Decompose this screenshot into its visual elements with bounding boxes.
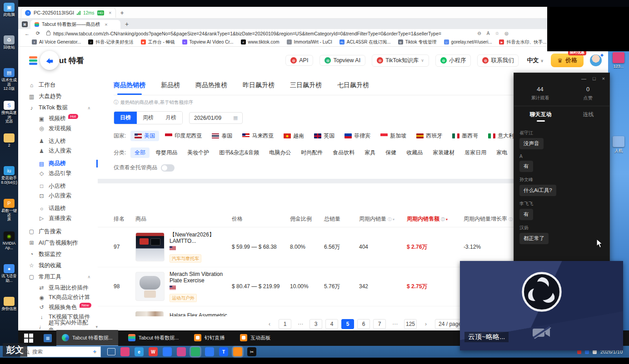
period-月榜[interactable]: 月榜 — [160, 112, 182, 124]
taskbar-app-Tabcut 特看数据...[interactable]: Tabcut 特看数据... — [56, 330, 118, 346]
country-墨西哥[interactable]: 墨西哥 — [448, 131, 482, 141]
sidebar-item-favorites[interactable]: ☆我的收藏 — [18, 261, 98, 271]
period-日榜[interactable]: 日榜 — [114, 112, 137, 124]
category-保健[interactable]: 保健 — [381, 148, 400, 158]
desktop-icon-搜狗高速浏[interactable]: S搜狗高速浏 览器 — [0, 101, 18, 124]
bookmark-item[interactable]: ♪抖音-记录美好生活 — [88, 39, 133, 45]
desktop-icon-此电脑[interactable]: ▣此电脑 — [0, 3, 18, 17]
bookmark-item[interactable]: ‖AI Voice Generator... — [32, 39, 81, 45]
category-母婴用品[interactable]: 母婴用品 — [151, 148, 181, 158]
taskbar-icon-edge-browser[interactable]: e — [135, 347, 144, 356]
taskbar-app-钉钉直播[interactable]: 钉钉直播 — [189, 330, 230, 346]
bookmark-item[interactable]: ııTopview AI Video Cr... — [182, 39, 234, 45]
workspaces-icon[interactable]: ▣ — [22, 21, 28, 27]
tab-昨日飙升榜[interactable]: 昨日飙升榜 — [243, 81, 275, 95]
sidebar-item-tk-pricing-calc[interactable]: ◉TK商品定价计算 — [18, 293, 98, 302]
country-新加坡[interactable]: 新加坡 — [376, 131, 410, 141]
taskbar-icon-capcut[interactable]: ✂ — [247, 347, 256, 356]
url-text[interactable]: https://www.tabcut.com/zh-CN/ranking/goo… — [53, 31, 441, 36]
language-selector[interactable]: 中文 ∨ — [527, 56, 544, 64]
pricing-button[interactable]: ♛ 价格 限时优惠 — [551, 54, 584, 67]
minimize-icon[interactable]: — — [581, 76, 586, 81]
page-arrow[interactable]: ‹ — [264, 320, 275, 329]
bookmark-item[interactable]: ALACL4SSR 在线订阅... — [339, 39, 391, 45]
site-logo[interactable]: ut 特看 — [29, 51, 84, 70]
taskbar-icon-dingtalk-live[interactable] — [233, 347, 242, 356]
sidebar-item-shop-search[interactable]: ⊡小店搜索 — [18, 192, 98, 200]
sidebar-item-data-monitor[interactable]: ◔数据监控 — [18, 250, 98, 259]
category-居家日用[interactable]: 居家日用 — [460, 148, 490, 158]
tab-商品热推榜[interactable]: 商品热推榜 — [195, 81, 227, 95]
page-4[interactable]: 4 — [325, 319, 338, 329]
country-菲律宾[interactable]: 菲律宾 — [340, 131, 374, 141]
sidebar-item-ad-search[interactable]: ▢广告搜索 — [18, 227, 98, 236]
country-泰国[interactable]: 泰国 — [208, 131, 236, 141]
category-美妆个护[interactable]: 美妆个护 — [183, 148, 213, 158]
desktop-icon-话术生成器[interactable]: ▤话术生成器 12.0版 — [0, 68, 18, 91]
category-收藏品[interactable]: 收藏品 — [402, 148, 427, 158]
page-6[interactable]: 6 — [357, 319, 370, 329]
bookmark-item[interactable]: ◆工作台 - 蝉镜 — [141, 39, 175, 45]
chat-tab-聊天互动[interactable]: 聊天互动 — [530, 111, 552, 122]
sidebar-item-tiktok-data[interactable]: ♪TikTok 数据∧ — [18, 103, 98, 113]
browser-tab[interactable]: Tabcut 特看数据——商品榜 × — [30, 20, 120, 29]
sidebar-item-video-rank[interactable]: ▣视频榜Hot — [18, 114, 98, 123]
category-图书&杂志&音频[interactable]: 图书&杂志&音频 — [215, 148, 263, 158]
nav-item-联系我们[interactable]: ◍联系我们 — [477, 54, 519, 67]
column-header-gmv[interactable]: 周期内销售额ⓘ▾ — [407, 215, 448, 223]
bookmark-item[interactable]: dwww.tiktok.com — [241, 39, 280, 45]
category-家装建材[interactable]: 家装建材 — [429, 148, 459, 158]
country-马来西亚[interactable]: 马来西亚 — [238, 131, 278, 141]
floating-widget[interactable] — [40, 51, 59, 70]
sidebar-item-ai-ad-video[interactable]: ⊞AI广告视频制作 — [18, 238, 98, 248]
system-app-icon[interactable]: ▦ — [44, 334, 52, 342]
desktop-icon-人机[interactable]: 人机 — [610, 136, 627, 154]
maximize-icon[interactable]: □ — [593, 76, 596, 81]
start-button[interactable] — [24, 333, 34, 343]
category-全部[interactable]: 全部 — [130, 148, 150, 158]
close-session-button[interactable]: × — [109, 10, 111, 15]
country-西班牙[interactable]: 西班牙 — [412, 131, 446, 141]
country-英国[interactable]: 英国 — [310, 131, 339, 141]
taskbar-icon-dingtalk[interactable] — [163, 347, 172, 356]
chat-tab-连线[interactable]: 连线 — [583, 111, 594, 122]
desktop-icon-回收站[interactable]: ♻回收站 — [0, 35, 18, 50]
page-3[interactable]: 3 — [310, 319, 322, 329]
column-header-psales[interactable]: 周期内销量ⓘ▾ — [359, 215, 394, 223]
sidebar-item-discover-videos[interactable]: ◎发现视频 — [18, 124, 98, 133]
desktop-icon-讯飞语音助...[interactable]: ●讯飞语音助... — [0, 264, 18, 283]
sidebar-item-creator-search[interactable]: ♟达人搜索 — [18, 147, 98, 155]
country-美国[interactable]: 美国 — [130, 131, 159, 141]
page-5[interactable]: 5 — [341, 319, 354, 329]
task-view-icon[interactable] — [107, 348, 115, 355]
tab-商品热销榜[interactable]: 商品热销榜 — [114, 81, 145, 95]
sidebar-item-live-search[interactable]: ▷直播搜索 — [18, 214, 98, 223]
country-越南[interactable]: 越南 — [280, 131, 308, 141]
sidebar-item-creator-rank[interactable]: ♟达人榜 — [18, 137, 98, 146]
close-tab-button[interactable]: × — [105, 22, 107, 27]
category-食品饮料[interactable]: 食品饮料 — [329, 148, 359, 158]
sidebar-item-product-picker[interactable]: ◇选品引擎 — [18, 169, 98, 178]
period-周榜[interactable]: 周榜 — [137, 112, 160, 124]
remote-session-tab[interactable]: ◔ PC-20250113ISGI 12ms HD × — [21, 8, 116, 18]
taskbar-icon-wps-office[interactable]: W — [149, 347, 158, 356]
address-bar-icon[interactable]: ☆ — [495, 31, 499, 36]
bookmark-item[interactable]: ◇gorelay.net/#/useri... — [444, 39, 492, 45]
bookmark-item[interactable]: ◔ImmortalWrt - LuCI — [287, 39, 332, 45]
sidebar-item-workbench[interactable]: ⌂工作台 — [18, 80, 98, 90]
refresh-icon[interactable]: ⟳ — [36, 30, 40, 36]
sidebar-item-amazon-price-plugin[interactable]: ⇄亚马逊比价插件 — [18, 284, 98, 292]
new-session-button[interactable]: + — [120, 9, 124, 16]
sidebar-item-video-role-swap[interactable]: ↺视频换角色New — [18, 303, 98, 312]
page-125[interactable]: 125 — [404, 319, 417, 329]
page-7[interactable]: 7 — [373, 319, 386, 329]
category-家电[interactable]: 家电 — [492, 148, 511, 158]
page-1[interactable]: 1 — [279, 319, 291, 329]
taskbar-icon-wechat[interactable] — [191, 347, 200, 356]
copilot-sparkle-icon[interactable]: ✦ — [92, 349, 97, 355]
taskbar-icon-blue-app[interactable] — [205, 347, 214, 356]
taskbar-app-Tabcut 特看数据...[interactable]: Tabcut 特看数据... — [123, 330, 185, 346]
category-家具[interactable]: 家具 — [360, 148, 379, 158]
product-title[interactable]: 【NewYear2026】LAMTTO... — [170, 231, 228, 244]
close-icon[interactable]: × — [602, 76, 605, 81]
